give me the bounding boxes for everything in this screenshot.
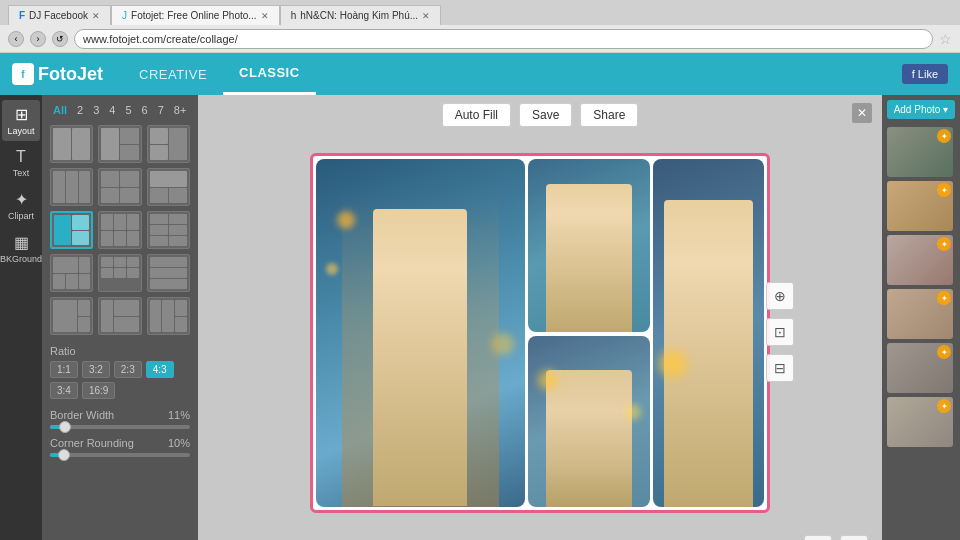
- photo-thumb-4[interactable]: ✦: [887, 289, 953, 339]
- layout-thumb[interactable]: [98, 125, 141, 163]
- layout-thumb[interactable]: [147, 168, 190, 206]
- filter-all[interactable]: All: [50, 103, 70, 117]
- layout-thumb[interactable]: [147, 211, 190, 249]
- photo-thumb-3[interactable]: ✦: [887, 235, 953, 285]
- filter-2[interactable]: 2: [74, 103, 86, 117]
- ratio-16-9[interactable]: 16:9: [82, 382, 115, 399]
- layout-thumb[interactable]: [50, 168, 93, 206]
- sidebar-item-text[interactable]: T Text: [2, 143, 40, 183]
- corner-rounding-thumb[interactable]: [58, 449, 70, 461]
- canvas-area: Auto Fill Save Share ✕: [198, 95, 882, 540]
- filter-5[interactable]: 5: [122, 103, 134, 117]
- layout-thumb[interactable]: [147, 297, 190, 335]
- slider-section: Border Width 11% Corner Rounding 10%: [50, 409, 190, 457]
- tab-label: hN&CN: Hoàng Kim Phú...: [300, 10, 418, 21]
- layout-thumb[interactable]: [50, 297, 93, 335]
- sidebar-icons: ⊞ Layout T Text ✦ Clipart ▦ BKGround: [0, 95, 42, 540]
- photo-thumb-2[interactable]: ✦: [887, 181, 953, 231]
- tab-fotojet[interactable]: J Fotojet: Free Online Photo... ✕: [111, 5, 280, 25]
- flip-icon[interactable]: ⊟: [766, 354, 794, 382]
- background-icon: ▦: [14, 233, 29, 252]
- star-icon[interactable]: ☆: [939, 31, 952, 47]
- border-width-track[interactable]: [50, 425, 190, 429]
- collage-cell-4[interactable]: [528, 336, 651, 507]
- sidebar: ⊞ Layout T Text ✦ Clipart ▦ BKGround: [0, 95, 198, 540]
- photo-thumb-5[interactable]: ✦: [887, 343, 953, 393]
- layout-thumb[interactable]: [98, 211, 141, 249]
- filter-8plus[interactable]: 8+: [171, 103, 190, 117]
- tab-close[interactable]: ✕: [92, 11, 100, 21]
- tab-label: Fotojet: Free Online Photo...: [131, 10, 257, 21]
- canvas-close-btn[interactable]: ✕: [852, 103, 872, 123]
- right-panel: Add Photo ▾ ✦ ✦ ✦ ✦ ✦ ✦ 🗑 Clear All: [882, 95, 960, 540]
- sidebar-item-layout[interactable]: ⊞ Layout: [2, 100, 40, 141]
- tab-favicon: F: [19, 10, 25, 21]
- ratio-4-3[interactable]: 4:3: [146, 361, 174, 378]
- tab-close[interactable]: ✕: [422, 11, 430, 21]
- filter-4[interactable]: 4: [106, 103, 118, 117]
- clipart-icon: ✦: [15, 190, 28, 209]
- tab-facebook[interactable]: F DJ Facebook ✕: [8, 5, 111, 25]
- nav-forward[interactable]: ›: [30, 31, 46, 47]
- fb-like-btn[interactable]: f Like: [902, 64, 948, 84]
- collage-canvas[interactable]: [310, 153, 770, 513]
- auto-fill-button[interactable]: Auto Fill: [442, 103, 511, 127]
- url-bar[interactable]: www.fotojet.com/create/collage/: [74, 29, 933, 49]
- zoom-in-icon[interactable]: ⊕: [766, 282, 794, 310]
- tab-creative[interactable]: CREATIVE: [123, 53, 223, 95]
- nav-back[interactable]: ‹: [8, 31, 24, 47]
- collage-cell-1[interactable]: [316, 159, 525, 507]
- tab-hoang[interactable]: h hN&CN: Hoàng Kim Phú... ✕: [280, 5, 441, 25]
- sidebar-item-background[interactable]: ▦ BKGround: [2, 228, 40, 269]
- nav-refresh[interactable]: ↺: [52, 31, 68, 47]
- ratio-3-2[interactable]: 3:2: [82, 361, 110, 378]
- canvas-wrapper: ⊕ ⊡ ⊟: [198, 135, 882, 530]
- crop-icon[interactable]: ⊡: [766, 318, 794, 346]
- tab-close[interactable]: ✕: [261, 11, 269, 21]
- sidebar-inner: ⊞ Layout T Text ✦ Clipart ▦ BKGround: [0, 95, 198, 540]
- layout-filter: All 2 3 4 5 6 7 8+: [50, 103, 190, 117]
- sidebar-item-clipart[interactable]: ✦ Clipart: [2, 185, 40, 226]
- text-label: Text: [13, 168, 30, 178]
- ratio-2-3[interactable]: 2:3: [114, 361, 142, 378]
- border-width-slider: Border Width 11%: [50, 409, 190, 429]
- logo-text: FotoJet: [38, 64, 103, 85]
- add-photo-button[interactable]: Add Photo ▾: [887, 100, 955, 119]
- browser-tabs: F DJ Facebook ✕ J Fotojet: Free Online P…: [8, 0, 441, 25]
- layout-thumb[interactable]: [98, 168, 141, 206]
- save-button[interactable]: Save: [519, 103, 572, 127]
- layout-thumb[interactable]: [147, 254, 190, 292]
- ratio-1-1[interactable]: 1:1: [50, 361, 78, 378]
- background-label: BKGround: [0, 254, 42, 264]
- collage-cell-3[interactable]: [653, 159, 764, 507]
- layout-grid: [50, 125, 190, 335]
- filter-7[interactable]: 7: [155, 103, 167, 117]
- layout-icon: ⊞: [15, 105, 28, 124]
- layout-thumb[interactable]: [98, 254, 141, 292]
- filter-3[interactable]: 3: [90, 103, 102, 117]
- ratio-3-4[interactable]: 3:4: [50, 382, 78, 399]
- photo-thumb-6[interactable]: ✦: [887, 397, 953, 447]
- layout-thumb[interactable]: [98, 297, 141, 335]
- collage-cell-2[interactable]: [528, 159, 651, 332]
- corner-rounding-header: Corner Rounding 10%: [50, 437, 190, 449]
- layout-thumb[interactable]: [50, 254, 93, 292]
- logo-icon: f: [12, 63, 34, 85]
- photo-thumb-1[interactable]: ✦: [887, 127, 953, 177]
- layout-label: Layout: [7, 126, 34, 136]
- app-header: f FotoJet CREATIVE CLASSIC f Like: [0, 53, 960, 95]
- border-width-thumb[interactable]: [59, 421, 71, 433]
- share-button[interactable]: Share: [580, 103, 638, 127]
- tab-classic[interactable]: CLASSIC: [223, 53, 316, 95]
- zoom-icon[interactable]: 🔍: [804, 535, 832, 540]
- corner-rounding-track[interactable]: [50, 453, 190, 457]
- browser-bar: ‹ › ↺ www.fotojet.com/create/collage/ ☆: [0, 25, 960, 53]
- layout-thumb[interactable]: [147, 125, 190, 163]
- filter-6[interactable]: 6: [139, 103, 151, 117]
- layout-thumb[interactable]: [50, 211, 93, 249]
- message-icon[interactable]: 💬: [840, 535, 868, 540]
- layout-thumb[interactable]: [50, 125, 93, 163]
- nav-tabs: CREATIVE CLASSIC: [123, 53, 316, 95]
- canvas-side-tools: ⊕ ⊡ ⊟: [766, 282, 794, 382]
- main-layout: ⊞ Layout T Text ✦ Clipart ▦ BKGround: [0, 95, 960, 540]
